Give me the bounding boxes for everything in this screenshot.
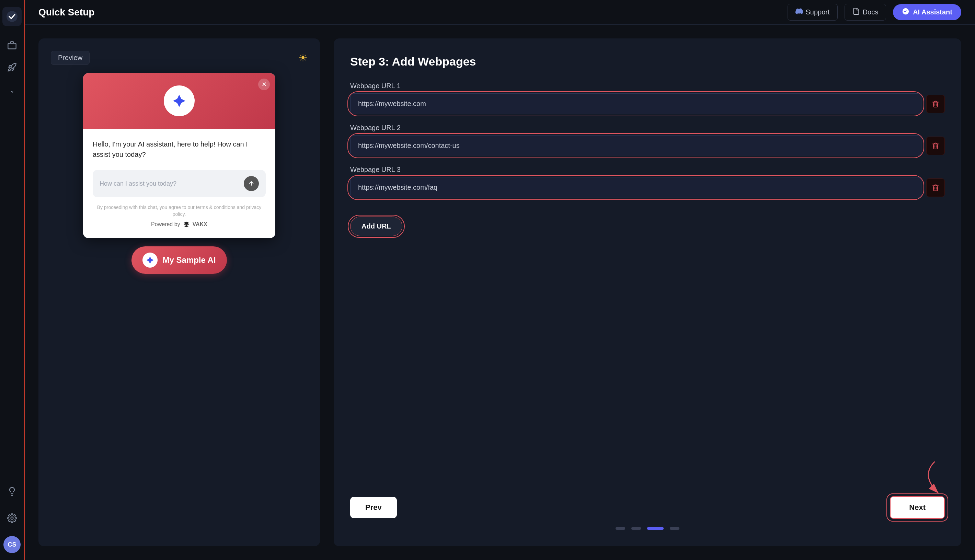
url-input-1[interactable]: [350, 93, 922, 114]
preview-label: Preview: [51, 51, 90, 65]
sidebar-chevron[interactable]: ˅: [10, 90, 14, 99]
floating-chat-button[interactable]: My Sample AI: [132, 247, 227, 274]
sidebar-settings-icon[interactable]: [3, 509, 21, 527]
ai-icon: [902, 8, 910, 17]
url-input-wrapper-1: [350, 93, 922, 114]
docs-label: Docs: [863, 8, 878, 16]
step-dot-4: [670, 527, 679, 530]
step-title: Step 3: Add Webpages: [350, 55, 945, 68]
step-dot-3: [647, 527, 664, 530]
sidebar-rocket-icon[interactable]: [3, 58, 21, 76]
sidebar-divider: [5, 84, 19, 84]
header: Quick Setup Support Docs AI Assistant: [25, 0, 975, 25]
page-title: Quick Setup: [38, 7, 781, 18]
sidebar-bottom: CS: [3, 482, 21, 553]
chat-body: Hello, I'm your AI assistant, here to he…: [83, 129, 275, 238]
url-delete-button-1[interactable]: [926, 95, 945, 113]
floating-btn-icon: [142, 253, 158, 268]
step-dots: [350, 527, 945, 530]
chat-close-button[interactable]: ✕: [258, 78, 270, 90]
url-section-3: Webpage URL 3: [350, 166, 945, 198]
ai-btn-label: AI Assistant: [913, 8, 952, 16]
ai-assistant-button[interactable]: AI Assistant: [893, 4, 961, 20]
floating-btn-label: My Sample AI: [162, 255, 215, 265]
step-dot-1: [616, 527, 625, 530]
sidebar-logo[interactable]: [2, 7, 22, 26]
url-label-2: Webpage URL 2: [350, 124, 945, 132]
next-btn-wrapper: Next: [890, 496, 945, 519]
chat-input-placeholder[interactable]: How can I assist you today?: [100, 180, 240, 187]
svg-point-4: [11, 517, 13, 520]
sun-icon[interactable]: ☀: [298, 52, 307, 64]
sidebar-avatar[interactable]: CS: [3, 536, 21, 553]
content-area: Preview ☀ ✕: [25, 25, 975, 560]
svg-point-8: [149, 259, 151, 262]
url-row-3: [350, 177, 945, 198]
url-section-2: Webpage URL 2: [350, 124, 945, 156]
docs-icon: [852, 8, 860, 17]
right-panel: Step 3: Add Webpages Webpage URL 1 Webpa…: [334, 38, 961, 546]
action-row: Prev Next: [350, 496, 945, 519]
url-section-1: Webpage URL 1: [350, 82, 945, 114]
chat-input-area[interactable]: How can I assist you today?: [93, 170, 266, 197]
url-row-2: [350, 135, 945, 156]
right-bottom: Prev Next: [350, 496, 945, 530]
sidebar-bulb-icon[interactable]: [3, 482, 21, 500]
url-delete-button-2[interactable]: [926, 137, 945, 155]
url-input-3[interactable]: [350, 177, 922, 198]
url-input-2[interactable]: [350, 135, 922, 156]
preview-panel: Preview ☀ ✕: [38, 38, 320, 546]
docs-button[interactable]: Docs: [845, 4, 887, 21]
chat-send-button[interactable]: [244, 176, 259, 191]
preview-header: Preview ☀: [51, 51, 307, 65]
chat-widget: ✕ Hello, I'm your AI assistant, he: [83, 73, 275, 238]
url-label-1: Webpage URL 1: [350, 82, 945, 90]
chat-greeting: Hello, I'm your AI assistant, here to he…: [93, 139, 266, 160]
add-url-label: Add URL: [362, 222, 391, 230]
support-label: Support: [806, 8, 830, 16]
svg-rect-1: [8, 43, 16, 49]
chat-widget-header: ✕: [83, 73, 275, 129]
arrow-annotation: [893, 455, 948, 500]
url-row-1: [350, 93, 945, 114]
discord-icon: [795, 8, 803, 17]
url-input-wrapper-3: [350, 177, 922, 198]
add-url-button[interactable]: Add URL: [350, 217, 402, 236]
chat-footer-text: By proceeding with this chat, you agree …: [93, 204, 266, 218]
svg-point-7: [177, 99, 181, 103]
url-sections: Webpage URL 1 Webpage URL 2: [350, 82, 945, 208]
svg-point-0: [7, 11, 18, 22]
chat-powered-by: Powered by VAKX: [93, 221, 266, 228]
url-label-3: Webpage URL 3: [350, 166, 945, 173]
prev-button[interactable]: Prev: [350, 497, 397, 518]
step-dot-2: [631, 527, 641, 530]
sidebar-briefcase-icon[interactable]: [3, 37, 21, 54]
url-delete-button-3[interactable]: [926, 178, 945, 197]
chat-avatar: [164, 85, 195, 116]
sidebar: ˅ CS: [0, 0, 25, 560]
support-button[interactable]: Support: [788, 4, 838, 21]
url-input-wrapper-2: [350, 135, 922, 156]
main-content: Quick Setup Support Docs AI Assistant Pr…: [25, 0, 975, 560]
